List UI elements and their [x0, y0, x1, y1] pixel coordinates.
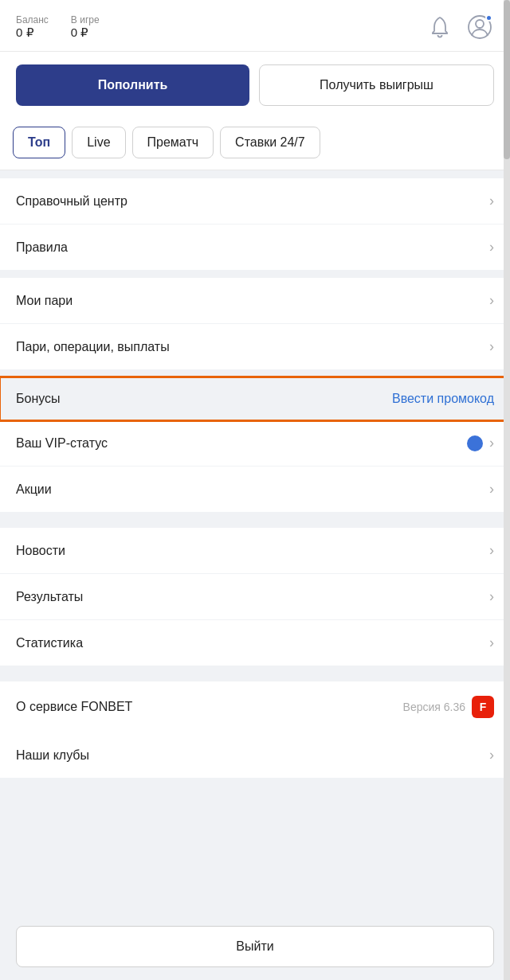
- menu-section-news: Новости › Результаты › Статистика ›: [0, 528, 510, 666]
- about-right: Версия 6.36 F: [403, 696, 494, 718]
- ingame-label: В игре: [71, 14, 100, 25]
- tab-top[interactable]: Топ: [13, 127, 65, 158]
- profile-dot: [485, 14, 492, 21]
- menu-help-label: Справочный центр: [16, 194, 128, 209]
- menu-item-about[interactable]: О сервисе FONBET Версия 6.36 F: [0, 681, 510, 732]
- menu-section-help: Справочный центр › Правила ›: [0, 178, 510, 270]
- scrollbar-track: [504, 0, 510, 980]
- fonbet-logo: F: [472, 696, 494, 718]
- chevron-icon-news: ›: [489, 542, 494, 559]
- menu-item-help[interactable]: Справочный центр ›: [0, 178, 510, 225]
- balance-label: Баланс: [16, 14, 49, 25]
- scrollbar-thumb[interactable]: [504, 0, 510, 159]
- tab-live[interactable]: Live: [72, 127, 125, 158]
- vip-right: ›: [467, 435, 494, 451]
- logout-button[interactable]: Выйти: [16, 926, 494, 967]
- svg-point-1: [476, 20, 484, 28]
- deposit-button[interactable]: Пополнить: [16, 64, 249, 106]
- chevron-icon-vip: ›: [489, 435, 494, 451]
- ingame-value: 0 ₽: [71, 25, 100, 40]
- chevron-icon-clubs: ›: [489, 747, 494, 763]
- menu-item-stats[interactable]: Статистика ›: [0, 620, 510, 666]
- menu-operations-label: Пари, операции, выплаты: [16, 340, 170, 354]
- chevron-icon-mybets: ›: [489, 292, 494, 309]
- menu-mybets-label: Мои пари: [16, 294, 73, 308]
- menu-rules-label: Правила: [16, 240, 68, 255]
- menu-item-vip[interactable]: Ваш VIP-статус ›: [0, 420, 510, 467]
- menu-promos-label: Акции: [16, 482, 52, 497]
- about-label: О сервисе FONBET: [16, 700, 132, 714]
- balance-value: 0 ₽: [16, 25, 49, 40]
- menu-section-bets: Мои пари › Пари, операции, выплаты ›: [0, 278, 510, 369]
- chevron-icon-stats: ›: [489, 634, 494, 651]
- menu-results-label: Результаты: [16, 590, 83, 604]
- menu-vip-label: Ваш VIP-статус: [16, 436, 108, 451]
- chevron-icon-rules: ›: [489, 239, 494, 256]
- menu-item-clubs[interactable]: Наши клубы ›: [0, 732, 510, 778]
- chevron-icon-results: ›: [489, 588, 494, 605]
- menu-item-bonuses[interactable]: Бонусы Ввести промокод: [0, 377, 510, 420]
- enter-promo-button[interactable]: Ввести промокод: [392, 392, 494, 406]
- header-icons: [426, 13, 494, 41]
- chevron-icon-operations: ›: [489, 338, 494, 355]
- chevron-icon-help: ›: [489, 193, 494, 209]
- menu-section-vip: Ваш VIP-статус › Акции ›: [0, 420, 510, 512]
- menu-stats-label: Статистика: [16, 636, 83, 650]
- notification-button[interactable]: [426, 13, 454, 41]
- menu-item-results[interactable]: Результаты ›: [0, 574, 510, 620]
- bonuses-label: Бонусы: [16, 392, 61, 406]
- header: Баланс 0 ₽ В игре 0 ₽: [0, 0, 510, 52]
- profile-button[interactable]: [465, 13, 494, 41]
- ingame-block: В игре 0 ₽: [71, 14, 100, 40]
- vip-dot: [467, 435, 483, 451]
- version-text: Версия 6.36: [403, 701, 465, 713]
- menu-news-label: Новости: [16, 544, 65, 558]
- withdraw-button[interactable]: Получить выигрыш: [259, 64, 494, 106]
- chevron-icon-promos: ›: [489, 481, 494, 498]
- header-balances: Баланс 0 ₽ В игре 0 ₽: [16, 14, 100, 40]
- menu-section-about: О сервисе FONBET Версия 6.36 F Наши клуб…: [0, 681, 510, 778]
- menu-item-rules[interactable]: Правила ›: [0, 225, 510, 270]
- tabs-section: Топ Live Прематч Ставки 24/7: [0, 119, 510, 170]
- menu-item-operations[interactable]: Пари, операции, выплаты ›: [0, 324, 510, 369]
- fonbet-letter: F: [480, 701, 487, 713]
- clubs-label: Наши клубы: [16, 748, 89, 763]
- tab-bets247[interactable]: Ставки 24/7: [220, 127, 320, 158]
- action-buttons: Пополнить Получить выигрыш: [0, 52, 510, 119]
- menu-item-mybets[interactable]: Мои пари ›: [0, 278, 510, 324]
- menu-item-promos[interactable]: Акции ›: [0, 467, 510, 512]
- menu-item-news[interactable]: Новости ›: [0, 528, 510, 574]
- tab-prematch[interactable]: Прематч: [132, 127, 214, 158]
- balance-block: Баланс 0 ₽: [16, 14, 49, 40]
- logout-section: Выйти: [0, 913, 510, 980]
